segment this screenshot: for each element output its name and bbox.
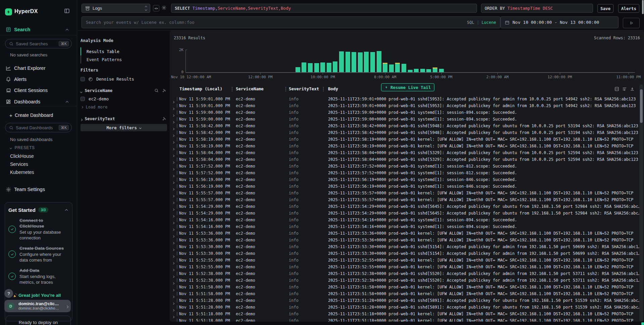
saved-searches-input[interactable]: Saved Searches ⌘K [5, 39, 72, 48]
col-servicename[interactable]: ServiceName [236, 86, 264, 91]
table-row[interactable]: Nov 11 5:59:00.000 PM ec2-demo info 2025… [170, 109, 644, 116]
histogram-bar[interactable] [401, 64, 406, 72]
sidebar-item-chart-explorer[interactable]: Chart Explorer [0, 65, 77, 72]
table-row[interactable]: Nov 11 5:51:28.000 PM ec2-demo info 2025… [170, 297, 644, 304]
pin-icon[interactable] [162, 88, 166, 93]
denoise-checkbox[interactable] [80, 77, 85, 81]
histogram-bar[interactable] [314, 63, 319, 72]
table-row[interactable]: Nov 11 5:58:04.000 PM ec2-demo info 2025… [170, 156, 644, 163]
table-row[interactable]: Nov 11 5:59:01.000 PM ec2-demo info 2025… [170, 102, 644, 109]
table-row[interactable]: Nov 11 5:59:01.000 PM ec2-demo info 2025… [170, 96, 644, 102]
filter-value-ec2-demo[interactable]: ec2-demo [80, 96, 109, 101]
create-dashboard-button[interactable]: + Create Dashboard [0, 112, 77, 119]
table-row[interactable]: Nov 11 5:52:55.000 PM ec2-demo info 2025… [170, 257, 644, 264]
histogram-bar[interactable] [408, 70, 413, 72]
sidebar-item-search[interactable]: Search [0, 26, 77, 33]
saved-dashboards-input[interactable]: Saved Dashboards ⌘K [5, 123, 72, 132]
scrollbar-thumb[interactable] [640, 89, 643, 123]
histogram-bar[interactable] [370, 52, 375, 72]
sidebar-item-client-sessions[interactable]: Client Sessions [0, 87, 77, 94]
source-select[interactable]: Logs [82, 4, 150, 13]
source-settings-gear-icon[interactable] [161, 5, 167, 10]
servicename-filter-group[interactable]: ServiceName [80, 87, 166, 94]
order-by-input[interactable]: ORDER BY TimestampTime DESC [481, 4, 593, 13]
histogram-bar[interactable] [308, 63, 313, 72]
mode-event-patterns[interactable]: Event Patterns [80, 55, 148, 63]
table-row[interactable]: Nov 11 5:58:19.000 PM ec2-demo info 2025… [170, 143, 644, 149]
table-row[interactable]: Nov 11 5:52:38.000 PM ec2-demo info 2025… [170, 270, 644, 277]
histogram-bar[interactable] [433, 68, 437, 72]
pin-icon[interactable] [162, 117, 166, 121]
get-started-item[interactable]: Add Data Start sending logs, metrics, or… [8, 268, 69, 285]
table-row[interactable]: Nov 11 5:53:30.000 PM ec2-demo info 2025… [170, 250, 644, 257]
table-row[interactable]: Nov 11 5:58:42.000 PM ec2-demo info 2025… [170, 129, 644, 136]
table-row[interactable]: Nov 11 5:54:16.000 PM ec2-demo info 2025… [170, 217, 644, 223]
histogram-bar[interactable] [364, 52, 369, 72]
histogram-bar[interactable] [296, 67, 300, 72]
histogram-bar[interactable] [414, 69, 419, 72]
histogram-bar[interactable] [439, 69, 444, 72]
histogram-bar[interactable] [383, 64, 387, 72]
table-row[interactable]: Nov 11 5:51:58.000 PM ec2-demo info 2025… [170, 290, 644, 297]
mode-results-table[interactable]: Results Table [80, 47, 148, 55]
search-icon[interactable] [154, 88, 159, 93]
save-button[interactable]: Save [597, 4, 613, 13]
preset-dashboard-item[interactable]: Services [10, 160, 34, 168]
histogram-bar[interactable] [320, 62, 325, 72]
table-row[interactable]: Nov 11 5:58:04.000 PM ec2-demo info 2025… [170, 149, 644, 156]
ec2-demo-checkbox[interactable] [80, 97, 85, 101]
download-icon[interactable] [630, 87, 635, 91]
col-timestamp[interactable]: Timestamp (Local) [179, 86, 222, 91]
table-row[interactable]: Nov 11 5:56:19.000 PM ec2-demo info 2025… [170, 176, 644, 183]
table-row[interactable]: Nov 11 5:54:16.000 PM ec2-demo info 2025… [170, 223, 644, 230]
table-row[interactable]: Nov 11 5:51:58.000 PM ec2-demo info 2025… [170, 284, 644, 290]
more-filters-button[interactable]: More filters [80, 124, 167, 131]
sidebar-item-team-settings[interactable]: Team Settings [0, 186, 77, 193]
code-view-icon[interactable] [614, 87, 619, 91]
histogram-bar[interactable] [420, 69, 425, 72]
lucene-search-input[interactable]: Search your events w/ Lucene ex. column:… [82, 16, 500, 28]
table-row[interactable]: Nov 11 5:55:57.000 PM ec2-demo info 2025… [170, 190, 644, 196]
table-row[interactable]: Nov 11 5:53:36.000 PM ec2-demo info 2025… [170, 237, 644, 243]
col-body[interactable]: Body [328, 86, 338, 91]
table-row[interactable]: Nov 11 5:54:29.000 PM ec2-demo info 2025… [170, 203, 644, 210]
table-row[interactable]: Nov 11 5:59:00.000 PM ec2-demo info 2025… [170, 116, 644, 123]
deploy-note[interactable]: Ready to deploy on [6, 316, 71, 325]
sql-mode-toggle[interactable]: SQL [467, 20, 474, 25]
help-button[interactable]: ? [4, 289, 13, 298]
get-started-item[interactable]: Connect to ClickHouse Set up your databa… [8, 218, 69, 241]
table-row[interactable]: Nov 11 5:57:52.000 PM ec2-demo info 2025… [170, 170, 644, 176]
sidebar-collapse-icon[interactable] [64, 8, 70, 14]
table-row[interactable]: Nov 11 5:57:52.000 PM ec2-demo info 2025… [170, 163, 644, 170]
sidebar-item-dashboards[interactable]: Dashboards [0, 98, 77, 105]
histogram-bar[interactable] [395, 64, 400, 72]
get-started-item[interactable]: Create Data Sources Configure where your… [8, 245, 69, 263]
time-range-input[interactable]: Nov 10 00:00:00 - Nov 13 00:00:00 [500, 16, 619, 28]
preset-dashboard-item[interactable]: ClickHouse [10, 152, 34, 160]
table-row[interactable]: Nov 11 5:51:18.000 PM ec2-demo info 2025… [170, 311, 644, 317]
histogram-bar[interactable] [327, 63, 331, 72]
preset-dashboard-item[interactable]: Kubernetes [10, 168, 34, 176]
alerts-button[interactable]: Alerts [618, 4, 639, 13]
sidebar-item-alerts[interactable]: Alerts [0, 76, 77, 83]
load-more-button[interactable]: Load more [80, 105, 108, 109]
denoise-results-row[interactable]: Denoise Results [80, 77, 134, 82]
presets-section-toggle[interactable]: PRESETS [10, 145, 35, 150]
table-row[interactable]: Nov 11 5:55:57.000 PM ec2-demo info 2025… [170, 196, 644, 203]
table-row[interactable]: Nov 11 5:58:42.000 PM ec2-demo info 2025… [170, 123, 644, 129]
histogram-bar[interactable] [426, 69, 431, 72]
chevron-up-icon[interactable] [66, 27, 68, 33]
histogram-bar[interactable] [358, 52, 363, 72]
col-severitytext[interactable]: SeverityText [289, 86, 319, 91]
chevron-up-icon[interactable] [65, 207, 67, 213]
histogram-bar[interactable] [339, 51, 344, 72]
table-row[interactable]: Nov 11 5:51:18.000 PM ec2-demo info 2025… [170, 317, 644, 322]
histogram-bar[interactable] [377, 51, 381, 72]
histogram-bar[interactable] [345, 52, 350, 72]
row-expand-chevron-icon[interactable] [172, 320, 174, 322]
lucene-mode-toggle[interactable]: Lucene [482, 20, 496, 25]
histogram-bar[interactable] [352, 52, 356, 72]
table-row[interactable]: Nov 11 5:56:19.000 PM ec2-demo info 2025… [170, 183, 644, 190]
chevron-up-icon[interactable] [66, 99, 68, 105]
select-columns-input[interactable]: SELECT Timestamp, ServiceName,SeverityTe… [171, 4, 477, 13]
